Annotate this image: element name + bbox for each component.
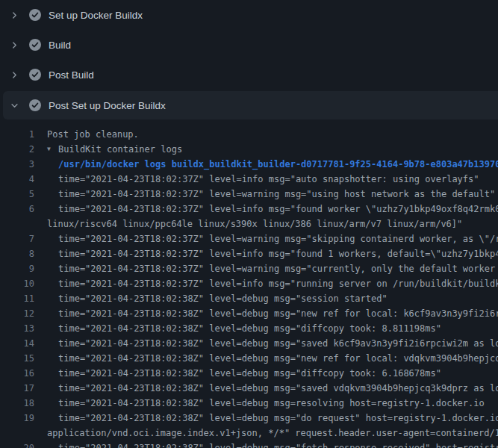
log-row: 6time="2021-04-23T18:02:37Z" level=info … [0, 202, 498, 217]
log-line-text: time="2021-04-23T18:02:38Z" level=debug … [58, 351, 498, 366]
log-group-toggle[interactable]: ▼BuildKit container logs [47, 142, 182, 157]
log-line-number[interactable]: 1 [0, 127, 34, 142]
chevron-right-icon [10, 10, 19, 19]
log-line-number[interactable]: 4 [0, 172, 34, 187]
step-header-build[interactable]: Build [0, 30, 498, 60]
log-line-number[interactable]: 10 [0, 276, 34, 291]
log-line-text: time="2021-04-23T18:02:38Z" level=debug … [58, 336, 498, 351]
log-group-title: BuildKit container logs [58, 142, 182, 157]
log-line-text: time="2021-04-23T18:02:37Z" level=warnin… [58, 231, 498, 246]
log-line-text: time="2021-04-23T18:02:38Z" level=debug … [58, 381, 498, 396]
log-line-number[interactable]: 20 [0, 441, 34, 448]
log-line-number[interactable]: 7 [0, 231, 34, 246]
log-row: 14time="2021-04-23T18:02:38Z" level=debu… [0, 336, 498, 351]
log-row: 2▼BuildKit container logs [0, 142, 498, 157]
log-line-text: linux/riscv64 linux/ppc64le linux/s390x … [47, 217, 462, 231]
log-line-number[interactable]: 15 [0, 351, 34, 366]
log-row: 9time="2021-04-23T18:02:37Z" level=warni… [0, 261, 498, 276]
step-label: Build [49, 40, 71, 51]
log-row: 11time="2021-04-23T18:02:38Z" level=debu… [0, 291, 498, 306]
log-line-text: time="2021-04-23T18:02:37Z" level=info m… [58, 276, 498, 291]
log-line-text: time="2021-04-23T18:02:37Z" level=info m… [58, 246, 498, 261]
log-row: 12time="2021-04-23T18:02:38Z" level=debu… [0, 306, 498, 321]
log-line-text: time="2021-04-23T18:02:38Z" level=debug … [58, 411, 498, 426]
log-line-text: time="2021-04-23T18:02:37Z" level=warnin… [58, 261, 498, 276]
log-row: 5time="2021-04-23T18:02:37Z" level=warni… [0, 187, 498, 202]
log-line-number[interactable]: 16 [0, 366, 34, 381]
log-line-number[interactable]: 13 [0, 321, 34, 336]
check-circle-icon [29, 69, 41, 81]
log-line-number[interactable]: 14 [0, 336, 34, 351]
step-header-post-set-up-docker-buildx[interactable]: Post Set up Docker Buildx [3, 91, 498, 119]
log-line-text: time="2021-04-23T18:02:37Z" level=warnin… [58, 187, 495, 202]
chevron-right-icon [10, 40, 19, 49]
log-row: 13time="2021-04-23T18:02:38Z" level=debu… [0, 321, 498, 336]
log-command-text: /usr/bin/docker logs buildx_buildkit_bui… [58, 157, 498, 172]
step-label: Set up Docker Buildx [49, 10, 143, 21]
step-label: Post Build [49, 69, 94, 81]
log-line-number[interactable]: 18 [0, 396, 34, 411]
log-row: 19time="2021-04-23T18:02:38Z" level=debu… [0, 411, 498, 426]
log-row: 1Post job cleanup. [0, 127, 498, 142]
log-line-text: time="2021-04-23T18:02:38Z" level=debug … [58, 306, 498, 321]
log-line-text: time="2021-04-23T18:02:37Z" level=info m… [58, 202, 498, 217]
log-line-text: time="2021-04-23T18:02:38Z" level=debug … [58, 291, 387, 306]
check-circle-icon [29, 39, 41, 51]
log-line-number[interactable]: 6 [0, 202, 34, 217]
log-row: 3/usr/bin/docker logs buildx_buildkit_bu… [0, 157, 498, 172]
log-line-text: time="2021-04-23T18:02:38Z" level=debug … [58, 396, 485, 411]
log-line-text: time="2021-04-23T18:02:38Z" level=debug … [58, 321, 441, 336]
log-row: linux/riscv64 linux/ppc64le linux/s390x … [0, 217, 498, 231]
log-row: 15time="2021-04-23T18:02:38Z" level=debu… [0, 351, 498, 366]
check-circle-icon [29, 9, 41, 21]
log-row: application/vnd.oci.image.index.v1+json,… [0, 426, 498, 441]
log-row: 10time="2021-04-23T18:02:37Z" level=info… [0, 276, 498, 291]
log-row: 8time="2021-04-23T18:02:37Z" level=info … [0, 246, 498, 261]
log-line-text: time="2021-04-23T18:02:37Z" level=info m… [58, 172, 479, 187]
triangle-down-icon[interactable]: ▼ [47, 142, 58, 157]
log-line-text: time="2021-04-23T18:02:38Z" level=debug … [58, 441, 498, 448]
log-line-text: application/vnd.oci.image.index.v1+json,… [47, 426, 498, 441]
log-viewer: 1Post job cleanup.2▼BuildKit container l… [0, 119, 498, 448]
log-row: 4time="2021-04-23T18:02:37Z" level=info … [0, 172, 498, 187]
check-circle-icon [29, 99, 41, 111]
log-line-number[interactable]: 8 [0, 246, 34, 261]
step-label: Post Set up Docker Buildx [49, 100, 166, 111]
log-line-number[interactable]: 9 [0, 261, 34, 276]
chevron-right-icon [10, 70, 19, 79]
log-row: 16time="2021-04-23T18:02:38Z" level=debu… [0, 366, 498, 381]
log-line-number[interactable]: 5 [0, 187, 34, 202]
log-line-number[interactable]: 19 [0, 411, 34, 426]
step-header-post-build[interactable]: Post Build [0, 60, 498, 90]
log-row: 20time="2021-04-23T18:02:38Z" level=debu… [0, 441, 498, 448]
log-line-number[interactable]: 11 [0, 291, 34, 306]
log-line-text: Post job cleanup. [47, 127, 139, 142]
step-header-set-up-docker-buildx[interactable]: Set up Docker Buildx [0, 0, 498, 30]
steps-list: Set up Docker BuildxBuildPost BuildPost … [0, 0, 498, 119]
log-line-text: time="2021-04-23T18:02:38Z" level=debug … [58, 366, 441, 381]
log-line-number[interactable]: 17 [0, 381, 34, 396]
log-line-number[interactable]: 3 [0, 157, 34, 172]
log-row: 18time="2021-04-23T18:02:38Z" level=debu… [0, 396, 498, 411]
log-row: 17time="2021-04-23T18:02:38Z" level=debu… [0, 381, 498, 396]
log-line-number[interactable]: 2 [0, 142, 34, 157]
log-row: 7time="2021-04-23T18:02:37Z" level=warni… [0, 231, 498, 246]
log-line-number[interactable]: 12 [0, 306, 34, 321]
chevron-down-icon [10, 101, 19, 110]
